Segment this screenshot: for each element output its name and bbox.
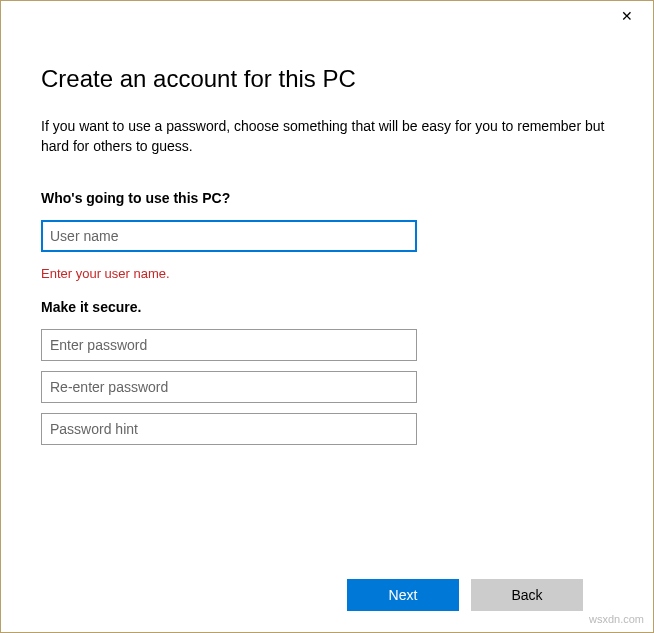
titlebar: ✕: [1, 1, 653, 31]
next-button[interactable]: Next: [347, 579, 459, 611]
watermark: wsxdn.com: [589, 613, 644, 625]
username-input[interactable]: [41, 220, 417, 252]
footer-bar: Next Back: [41, 558, 613, 632]
page-title: Create an account for this PC: [41, 65, 613, 93]
content-area: Create an account for this PC If you wan…: [1, 31, 653, 632]
dialog-window: ✕ Create an account for this PC If you w…: [0, 0, 654, 633]
reenter-password-input[interactable]: [41, 371, 417, 403]
back-button[interactable]: Back: [471, 579, 583, 611]
password-hint-input[interactable]: [41, 413, 417, 445]
secure-section-label: Make it secure.: [41, 299, 613, 315]
password-input[interactable]: [41, 329, 417, 361]
close-icon[interactable]: ✕: [615, 4, 639, 28]
username-error: Enter your user name.: [41, 266, 613, 281]
intro-text: If you want to use a password, choose so…: [41, 117, 613, 156]
user-section-label: Who's going to use this PC?: [41, 190, 613, 206]
